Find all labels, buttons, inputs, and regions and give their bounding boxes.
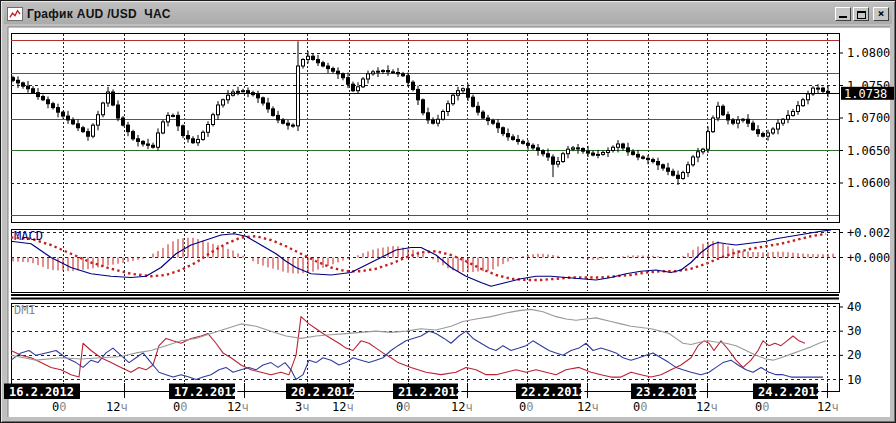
candle-body: [137, 139, 140, 142]
candle-body: [162, 122, 165, 133]
candle-body: [777, 123, 780, 129]
maximize-icon: [857, 11, 866, 19]
date-box-label: 17.2.2012: [174, 385, 239, 399]
maximize-button[interactable]: [853, 7, 869, 21]
candle-body: [692, 157, 695, 165]
candle-body: [772, 129, 775, 133]
minimize-icon: [839, 16, 847, 18]
candle-body: [657, 162, 660, 165]
candle-body: [697, 152, 700, 157]
panel-separator: [11, 298, 839, 300]
candle-body: [802, 100, 805, 106]
candle-body: [442, 112, 445, 120]
candle-body: [292, 125, 295, 126]
candle-body: [377, 71, 380, 72]
minimize-button[interactable]: [835, 7, 851, 21]
candle-body: [407, 76, 410, 83]
candle-body: [757, 130, 760, 134]
time-label: 00: [396, 400, 410, 414]
candle-body: [132, 132, 135, 139]
candle-body: [57, 108, 60, 113]
candle-body: [287, 123, 290, 125]
candle-body: [247, 91, 250, 93]
candle-body: [587, 151, 590, 153]
chart-canvas[interactable]: 1.08001.07501.07001.06501.06001.0738+0.0…: [4, 24, 894, 421]
date-box-label: 24.2.2012: [758, 385, 823, 399]
candle-body: [422, 100, 425, 113]
candle-body: [462, 89, 465, 91]
candle-body: [362, 79, 365, 87]
close-button[interactable]: ×: [873, 7, 889, 21]
time-label: 3ч: [295, 400, 309, 414]
candle-body: [402, 74, 405, 76]
candle-body: [502, 128, 505, 134]
window-titlebar[interactable]: График AUD /USD ЧАС ×: [4, 4, 892, 24]
candle-body: [117, 105, 120, 118]
candle-body: [722, 106, 725, 114]
candle-body: [682, 173, 685, 179]
candle-body: [192, 139, 195, 143]
candle-body: [172, 115, 175, 116]
candle-body: [82, 128, 85, 132]
candle-body: [532, 145, 535, 148]
candle-body: [152, 145, 155, 147]
candle-body: [257, 95, 260, 98]
candle-body: [412, 82, 415, 89]
candle-body: [237, 91, 240, 92]
candle-body: [272, 109, 275, 116]
date-box-label: 23.2.2012: [636, 385, 701, 399]
candle-body: [752, 123, 755, 130]
candle-body: [32, 89, 35, 93]
candle-body: [342, 74, 345, 78]
candle-body: [477, 106, 480, 112]
candle-body: [447, 104, 450, 112]
candle-body: [562, 154, 565, 162]
candle-body: [177, 115, 180, 125]
candle-body: [187, 136, 190, 139]
time-label: 00: [173, 400, 187, 414]
candle-body: [27, 86, 30, 89]
time-label: 00: [52, 400, 66, 414]
candle-body: [77, 124, 80, 128]
price-tick-label: 1.0650: [847, 144, 890, 158]
candle-body: [157, 133, 160, 147]
candle-body: [567, 149, 570, 154]
candle-body: [547, 154, 550, 157]
dmi-axis-label: 10: [847, 373, 861, 387]
candle-body: [637, 154, 640, 157]
candle-body: [747, 119, 750, 123]
candle-body: [52, 104, 55, 108]
candle-body: [557, 162, 560, 165]
candle-body: [607, 151, 610, 153]
price-tick-label: 1.0800: [847, 46, 890, 60]
candle-body: [817, 88, 820, 89]
candle-body: [122, 118, 125, 125]
date-box-label: 22.2.2012: [521, 385, 586, 399]
candle-body: [577, 148, 580, 149]
date-box-label: 21.2.2012: [398, 385, 463, 399]
candle-body: [662, 165, 665, 168]
candle-body: [472, 97, 475, 106]
dmi-axis-label: 20: [847, 348, 861, 362]
candle-body: [522, 141, 525, 143]
candle-body: [492, 121, 495, 124]
candle-body: [72, 120, 75, 124]
candle-body: [92, 125, 95, 136]
candle-body: [217, 105, 220, 115]
candle-body: [102, 103, 105, 115]
candle-body: [347, 78, 350, 85]
chart-client-area: 1.08001.07501.07001.06501.06001.0738+0.0…: [4, 24, 894, 421]
candle-body: [297, 66, 300, 126]
candle-body: [397, 73, 400, 74]
candle-body: [62, 112, 65, 116]
candle-body: [677, 175, 680, 178]
candle-body: [797, 106, 800, 112]
chart-line-icon: [7, 7, 23, 21]
window-title: График AUD /USD ЧАС: [27, 7, 171, 21]
candle-body: [807, 94, 810, 100]
candle-body: [212, 115, 215, 125]
candle-body: [737, 120, 740, 123]
candle-body: [47, 100, 50, 104]
candle-body: [482, 112, 485, 118]
candle-body: [542, 151, 545, 154]
